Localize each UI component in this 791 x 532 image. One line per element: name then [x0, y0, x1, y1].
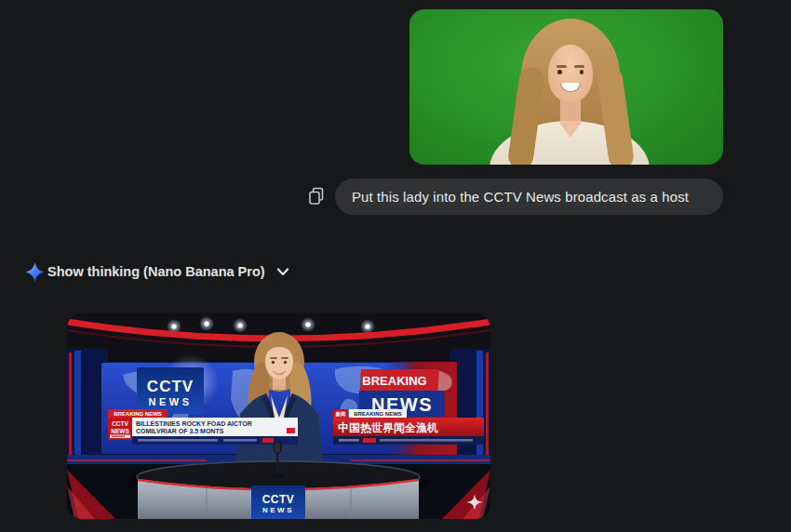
chevron-down-icon [276, 268, 289, 276]
uploaded-green-screen-image[interactable] [409, 9, 723, 165]
gemini-sparkle-icon [24, 261, 46, 283]
portrait-face [548, 45, 593, 102]
left-chyron-tag: BREAKING NEWS [114, 411, 162, 417]
wall-logo-line2: NEWS [149, 396, 193, 407]
wall-logo-line1: CCTV [147, 378, 194, 395]
portrait-brow-left [556, 65, 567, 68]
left-chyron-logo-line2: NEWS [111, 428, 129, 434]
portrait-eye-left [557, 70, 562, 74]
portrait-vneck [558, 121, 583, 138]
show-thinking-toggle[interactable]: Show thinking (Nano Banana Pro) [24, 259, 289, 284]
left-chyron-headline-line1: BILLESTINIES ROCKY FOAD AICTOR [136, 420, 252, 427]
gemini-chat-dark-canvas: Put this lady into the CCTV News broadca… [0, 0, 791, 532]
user-message-bubble: Put this lady into the CCTV News broadca… [335, 179, 723, 215]
desk-logo-line1: CCTV [262, 493, 295, 506]
portrait-brow-right [574, 65, 584, 68]
right-chyron-tag: BREAKING NEWS [354, 411, 402, 417]
show-thinking-label: Show thinking (Nano Banana Pro) [47, 264, 265, 279]
news-studio-scene: CCTV NEWS BREAKING NEWS [67, 313, 490, 519]
breaking-sign-line1: BREAKING [362, 374, 426, 388]
right-chyron-tag-cn: 新闻 [335, 411, 347, 418]
copy-icon [306, 186, 327, 206]
copy-message-button[interactable] [306, 186, 327, 206]
portrait-eye-right [580, 70, 584, 74]
desk-logo-line2: NEWS [262, 506, 294, 514]
portrait-smile [560, 83, 581, 92]
right-chyron-headline-cn: 中国热世界闻全漁机 [338, 421, 438, 434]
left-chyron-headline-line2: COMILVRIAR OF 3.5 MONTS [136, 428, 224, 434]
news-desk: CCTV NEWS [67, 461, 490, 519]
wall-cctv-logo: CCTV NEWS [137, 367, 204, 414]
left-chyron-logo-line1: CCTV [112, 420, 128, 427]
user-message-text: Put this lady into the CCTV News broadca… [352, 189, 689, 205]
generated-news-broadcast-image[interactable]: CCTV NEWS BREAKING NEWS [67, 313, 490, 519]
